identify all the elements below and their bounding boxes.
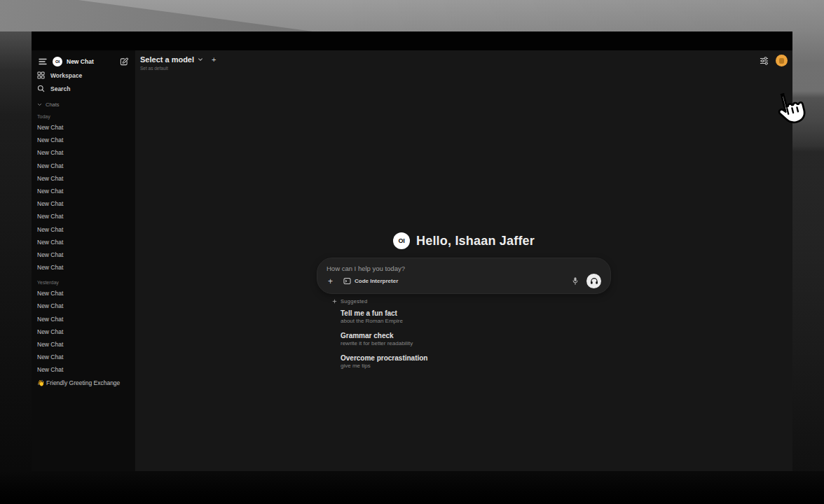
chat-list-item[interactable]: 👋 Friendly Greeting Exchange: [37, 377, 131, 389]
chat-group-items: New Chat New Chat New Chat New Chat New …: [37, 287, 131, 389]
search-icon: [37, 85, 45, 92]
set-as-default-link[interactable]: Set as default: [140, 66, 792, 71]
suggested-prompt-title: Tell me a fun fact: [341, 309, 611, 318]
main-topbar: Select a model + Set as default: [135, 50, 792, 78]
suggested-prompt-subtitle: give me tips: [341, 363, 611, 370]
chat-group-label: Today: [37, 112, 131, 121]
chat-group-items: New Chat New Chat New Chat New Chat New …: [37, 121, 131, 274]
chat-list-item[interactable]: New Chat: [37, 210, 131, 223]
chat-list-item[interactable]: New Chat: [37, 261, 131, 274]
sidebar: OI New Chat Workspace Search: [32, 50, 135, 471]
workspace-grid-icon: [37, 71, 45, 79]
sidebar-item-search[interactable]: Search: [37, 82, 131, 95]
wallpaper-bottom: [0, 471, 824, 504]
suggested-label: Suggested: [341, 298, 368, 304]
main-content: Select a model + Set as default OI: [135, 50, 792, 471]
code-interpreter-label: Code Interpreter: [355, 278, 398, 284]
chat-groups: Today New Chat New Chat New Chat New Cha…: [37, 112, 131, 389]
new-chat-icon[interactable]: [118, 56, 130, 67]
message-composer: How can I help you today? + Code Interpr…: [317, 258, 611, 294]
suggested-prompt-subtitle: rewrite it for better readability: [341, 340, 611, 347]
sidebar-title: New Chat: [67, 58, 114, 65]
model-selector[interactable]: Select a model +: [140, 55, 792, 64]
suggested-prompt-title: Grammar check: [341, 331, 611, 340]
wallpaper-left: [0, 31, 32, 471]
add-model-button[interactable]: +: [212, 56, 216, 64]
chat-list-item[interactable]: New Chat: [37, 287, 131, 300]
chat-group: Yesterday New Chat New Chat New Chat New…: [37, 278, 131, 389]
chat-list-item[interactable]: New Chat: [37, 313, 131, 326]
sparkle-icon: [332, 299, 337, 304]
openwebui-logo-icon: OI: [53, 57, 62, 66]
menu-icon[interactable]: [37, 57, 48, 66]
suggested-prompt[interactable]: Overcome procrastination give me tips: [341, 354, 611, 370]
chat-list-item[interactable]: New Chat: [37, 248, 131, 261]
chat-list-item[interactable]: New Chat: [37, 121, 131, 134]
chat-group-label: Yesterday: [37, 278, 131, 287]
chat-list-item[interactable]: New Chat: [37, 197, 131, 210]
chat-list-item[interactable]: New Chat: [37, 160, 131, 172]
controls-sliders-icon[interactable]: [758, 55, 770, 66]
voice-call-button[interactable]: [586, 274, 601, 288]
suggested-prompt[interactable]: Grammar check rewrite it for better read…: [341, 331, 611, 347]
chevron-down-icon: [198, 57, 203, 62]
chat-list-item[interactable]: New Chat: [37, 223, 131, 236]
openwebui-logo-icon: OI: [393, 232, 410, 249]
chat-list-item[interactable]: New Chat: [37, 363, 131, 376]
user-avatar[interactable]: [776, 55, 788, 66]
logo-text: OI: [55, 59, 60, 64]
suggested-prompt[interactable]: Tell me a fun fact about the Roman Empir…: [341, 309, 611, 325]
chat-group: Today New Chat New Chat New Chat New Cha…: [37, 112, 131, 274]
chat-list-item[interactable]: New Chat: [37, 326, 131, 338]
suggested-section: Suggested Tell me a fun fact about the R…: [317, 297, 611, 370]
welcome-area: OI Hello, Ishaan Jaffer How can I help y…: [317, 231, 611, 376]
wallpaper-top: [0, 0, 824, 31]
headphones-icon: [590, 277, 598, 285]
logo-text: OI: [398, 237, 404, 244]
chats-section-toggle[interactable]: Chats: [37, 99, 131, 110]
wallpaper-right: [792, 31, 824, 471]
attach-button[interactable]: +: [327, 277, 334, 286]
chat-list-item[interactable]: New Chat: [37, 300, 131, 312]
suggested-header: Suggested: [332, 297, 611, 305]
chat-list-item[interactable]: New Chat: [37, 146, 131, 159]
chat-list-item[interactable]: New Chat: [37, 185, 131, 197]
model-selector-label: Select a model: [140, 55, 194, 64]
sidebar-item-label: Workspace: [50, 72, 82, 79]
sidebar-item-workspace[interactable]: Workspace: [37, 69, 131, 82]
chat-list-item[interactable]: New Chat: [37, 338, 131, 351]
chat-list-item[interactable]: New Chat: [37, 134, 131, 146]
chat-list-item[interactable]: New Chat: [37, 236, 131, 248]
suggested-prompt-title: Overcome procrastination: [341, 354, 611, 363]
chat-list-item[interactable]: New Chat: [37, 351, 131, 363]
code-interpreter-icon: [343, 277, 351, 285]
suggested-prompt-subtitle: about the Roman Empire: [341, 318, 611, 325]
code-interpreter-toggle[interactable]: Code Interpreter: [341, 276, 401, 286]
message-input[interactable]: How can I help you today?: [327, 265, 601, 272]
microphone-icon[interactable]: [570, 275, 580, 287]
chat-list-item[interactable]: New Chat: [37, 172, 131, 185]
chats-section-label: Chats: [46, 102, 60, 108]
composer-toolbar: + Code Interpreter: [327, 274, 601, 288]
greeting-text: Hello, Ishaan Jaffer: [416, 234, 535, 248]
greeting-row: OI Hello, Ishaan Jaffer: [317, 231, 611, 251]
window-titlebar: [32, 31, 792, 50]
sidebar-header: OI New Chat: [37, 55, 131, 69]
chevron-down-icon: [37, 102, 42, 107]
suggested-prompts: Tell me a fun fact about the Roman Empir…: [332, 309, 611, 370]
sidebar-item-label: Search: [50, 85, 70, 92]
app-window: OI New Chat Workspace Search: [32, 31, 792, 471]
